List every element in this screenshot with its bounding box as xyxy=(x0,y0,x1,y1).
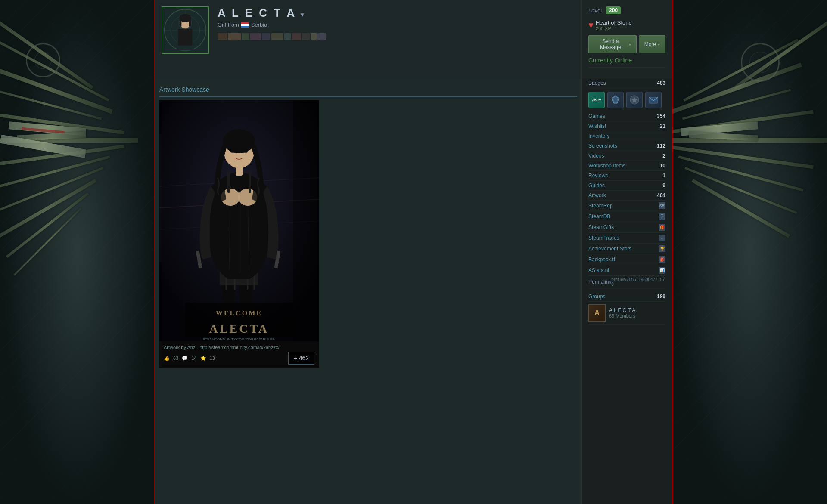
badge-250[interactable]: 250+ xyxy=(588,92,605,108)
svg-text:STEAMCOMMUNITY.COM/ID/ALECTARU: STEAMCOMMUNITY.COM/ID/ALECTARULES/ xyxy=(203,337,276,341)
group-item[interactable]: A A L E C T A 66 Members xyxy=(588,302,665,325)
achievement-row[interactable]: Achievement Stats 🏆 xyxy=(588,244,665,254)
send-message-button[interactable]: Send a Message ▾ xyxy=(588,35,637,53)
achievement-icon: 🏆 xyxy=(659,245,665,252)
svg-text:WELCOME: WELCOME xyxy=(216,309,262,317)
svg-rect-10 xyxy=(189,18,191,26)
more-button[interactable]: More ▾ xyxy=(639,35,665,53)
top-row: A L E C T A ▾ Girl from Serbia xyxy=(155,0,672,78)
guides-stat-row[interactable]: Guides 9 xyxy=(588,181,665,191)
showcase-wrapper: WELCOME ALECTA STEAMCOMMUNITY.COM/ID/ALE… xyxy=(159,100,577,368)
artwork-credit: Artwork by Abz - http://steamcommunity.c… xyxy=(164,345,314,350)
star-icon: ⭐ xyxy=(200,356,206,361)
profile-badges-bar xyxy=(218,31,575,40)
screenshots-stat-row[interactable]: Screenshots 112 xyxy=(588,141,665,151)
showcase-title: Artwork Showcase xyxy=(159,83,577,97)
level-badge: 200 xyxy=(606,6,621,14)
profile-level-section: Level 200 ♥ Heart of Stone 200 XP Send a… xyxy=(581,0,672,78)
steamtrades-row[interactable]: SteamTrades ↔ xyxy=(588,233,665,244)
badge-star[interactable] xyxy=(626,92,643,108)
reviews-stat-row[interactable]: Reviews 1 xyxy=(588,171,665,181)
steamtrades-icon: ↔ xyxy=(659,235,665,241)
badge-row: ♥ Heart of Stone 200 XP xyxy=(588,19,665,31)
artwork-frame: WELCOME ALECTA STEAMCOMMUNITY.COM/ID/ALE… xyxy=(159,100,319,368)
main-content: A L E C T A ▾ Girl from Serbia xyxy=(155,0,672,504)
profile-main: A L E C T A ▾ Girl from Serbia xyxy=(155,0,581,78)
like-icon: 👍 xyxy=(164,356,170,361)
avatar xyxy=(162,6,209,54)
profile-location: Girl from Serbia xyxy=(218,22,575,28)
badges-stat-row: Badges 483 xyxy=(588,78,665,88)
profile-info: A L E C T A ▾ Girl from Serbia xyxy=(218,6,575,40)
svg-rect-9 xyxy=(180,18,182,26)
level-row: Level 200 xyxy=(588,6,665,14)
badges-row: 250+ xyxy=(588,92,665,108)
badge-mail[interactable] xyxy=(645,92,662,108)
videos-stat-row[interactable]: Videos 2 xyxy=(588,151,665,161)
permalink-row: Permalink profiles/76561198084777570 xyxy=(588,276,665,288)
background-left xyxy=(0,0,155,504)
steamgifts-icon: 🎁 xyxy=(659,224,665,231)
wishlist-stat-row[interactable]: Wishlist 21 xyxy=(588,121,665,131)
inventory-stat-row[interactable]: Inventory xyxy=(588,131,665,141)
profile-name: A L E C T A ▾ xyxy=(218,6,575,20)
svg-rect-44 xyxy=(293,100,319,341)
background-right xyxy=(672,0,827,504)
plus-count-button[interactable]: + 462 xyxy=(288,352,314,365)
svg-rect-30 xyxy=(249,171,251,193)
online-status: Currently Online xyxy=(588,53,665,68)
comment-icon: 💬 xyxy=(182,356,188,361)
heart-icon: ♥ xyxy=(588,20,594,30)
steamdb-icon: 🗄 xyxy=(659,213,665,220)
stats-sidebar: Badges 483 250+ xyxy=(581,78,672,504)
action-buttons: Send a Message ▾ More ▾ xyxy=(588,35,665,53)
badge-info: Heart of Stone 200 XP xyxy=(596,19,632,31)
astats-row[interactable]: AStats.nl 📊 xyxy=(588,265,665,276)
group-info: A L E C T A 66 Members xyxy=(609,307,635,318)
artwork-caption: Artwork by Abz - http://steamcommunity.c… xyxy=(159,341,319,368)
steamrep-row[interactable]: SteamRep SR xyxy=(588,201,665,211)
badges-section: 250+ xyxy=(588,92,665,108)
country-flag xyxy=(241,22,249,28)
workshop-stat-row[interactable]: Workshop Items 10 xyxy=(588,161,665,171)
steamdb-row[interactable]: SteamDB 🗄 xyxy=(588,211,665,222)
right-border xyxy=(672,0,673,504)
groups-stat-row[interactable]: Groups 189 xyxy=(588,292,665,302)
games-stat-row[interactable]: Games 354 xyxy=(588,111,665,121)
artwork-image: WELCOME ALECTA STEAMCOMMUNITY.COM/ID/ALE… xyxy=(159,100,319,341)
badge-diamond[interactable] xyxy=(607,92,624,108)
steamgifts-row[interactable]: SteamGifts 🎁 xyxy=(588,222,665,233)
svg-point-35 xyxy=(223,129,255,153)
content-area: Artwork Showcase xyxy=(155,78,672,504)
artwork-footer: 👍 63 💬 14 ⭐ 13 xyxy=(164,356,215,361)
svg-rect-29 xyxy=(227,171,230,193)
group-avatar: A xyxy=(588,304,606,322)
svg-rect-11 xyxy=(178,29,193,46)
astats-icon: 📊 xyxy=(659,267,665,274)
svg-text:ALECTA: ALECTA xyxy=(209,322,269,335)
steamrep-icon: SR xyxy=(659,202,665,209)
artwork-stat-row[interactable]: Artwork 464 xyxy=(588,191,665,201)
backpack-row[interactable]: Backpack.tf 🎒 xyxy=(588,254,665,265)
showcase-area: Artwork Showcase xyxy=(155,78,581,504)
backpack-icon: 🎒 xyxy=(659,256,665,263)
